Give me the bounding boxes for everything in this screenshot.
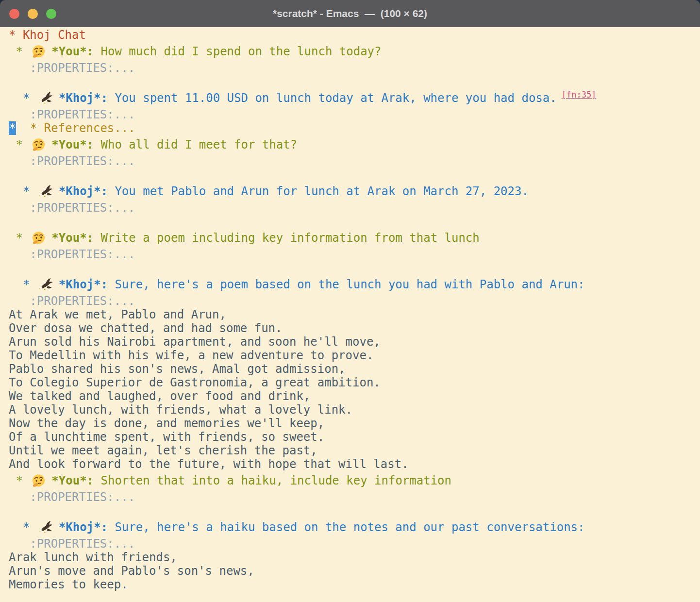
org-heading-you-message[interactable]: * *You*: How much did I spend on the lun… xyxy=(9,42,700,61)
message-body-line[interactable]: A lovely lunch, with friends, what a lov… xyxy=(9,403,700,417)
org-heading-khoj-message[interactable]: * *Khoj*: You spent 11.00 USD on lunch t… xyxy=(9,88,700,108)
org-properties-drawer[interactable]: :PROPERTIES:... xyxy=(9,108,700,121)
message-body-line[interactable]: Until we meet again, let's cherish the p… xyxy=(9,444,700,457)
blank-line[interactable] xyxy=(9,75,700,88)
org-properties-drawer[interactable]: :PROPERTIES:... xyxy=(9,490,700,504)
speaker-label: *You*: xyxy=(51,45,94,58)
message-body-line[interactable]: At Arak we met, Pablo and Arun, xyxy=(9,308,700,321)
org-heading-khoj-message[interactable]: * *Khoj*: You met Pablo and Arun for lun… xyxy=(9,182,700,201)
blank-line[interactable] xyxy=(9,261,700,275)
thinking-face-icon xyxy=(32,474,46,488)
org-properties-drawer[interactable]: :PROPERTIES:... xyxy=(9,201,700,215)
close-button[interactable] xyxy=(9,9,19,19)
message-body-line[interactable]: Arun's move and Pablo's son's news, xyxy=(9,564,700,578)
speaker-label: *Khoj*: xyxy=(59,278,108,291)
blank-line[interactable] xyxy=(9,168,700,182)
thinking-face-icon xyxy=(32,231,46,245)
thinking-face-icon xyxy=(32,45,46,59)
message-body-line[interactable]: We talked and laughed, over food and dri… xyxy=(9,389,700,403)
org-heading-chat-title[interactable]: * Khoj Chat xyxy=(9,28,700,42)
org-heading-khoj-message[interactable]: * *Khoj*: Sure, here's a haiku based on … xyxy=(9,518,700,537)
message-body-line[interactable]: Pablo shared his son's news, Amal got ad… xyxy=(9,362,700,376)
speaker-label: *Khoj*: xyxy=(59,520,108,534)
message-body-line[interactable]: Arak lunch with friends, xyxy=(9,551,700,564)
eagle-icon xyxy=(39,91,53,105)
thinking-face-icon xyxy=(32,138,46,152)
org-properties-drawer[interactable]: :PROPERTIES:... xyxy=(9,154,700,168)
zoom-button[interactable] xyxy=(46,9,56,19)
message-body-line[interactable]: Memories to keep. xyxy=(9,578,700,591)
org-properties-drawer[interactable]: :PROPERTIES:... xyxy=(9,537,700,551)
eagle-icon xyxy=(39,520,53,535)
org-heading-khoj-message[interactable]: * *Khoj*: Sure, here's a poem based on t… xyxy=(9,275,700,294)
message-body-line[interactable]: Of a lunchtime spent, with friends, so s… xyxy=(9,430,700,444)
org-properties-drawer[interactable]: :PROPERTIES:... xyxy=(9,61,700,75)
org-properties-drawer[interactable]: :PROPERTIES:... xyxy=(9,248,700,261)
message-body-line[interactable]: To Medellin with his wife, a new adventu… xyxy=(9,349,700,362)
text-cursor[interactable]: * xyxy=(9,121,16,135)
speaker-label: *You*: xyxy=(51,231,94,245)
message-body-line[interactable]: Now the day is done, and memories we'll … xyxy=(9,417,700,430)
speaker-label: *You*: xyxy=(51,474,94,487)
blank-line[interactable] xyxy=(9,504,700,518)
org-heading-you-message[interactable]: * *You*: Shorten that into a haiku, incl… xyxy=(9,471,700,490)
eagle-icon xyxy=(39,184,53,199)
titlebar[interactable]: *scratch* - Emacs — (100 × 62) xyxy=(0,0,700,27)
window-title: *scratch* - Emacs — (100 × 62) xyxy=(273,8,427,19)
footnote-link[interactable]: [fn:35] xyxy=(562,85,597,104)
message-body-line[interactable]: Over dosa we chatted, and had some fun. xyxy=(9,321,700,335)
message-body-line[interactable]: Arun sold his Nairobi apartment, and soo… xyxy=(9,335,700,349)
org-properties-drawer[interactable]: :PROPERTIES:... xyxy=(9,294,700,308)
blank-line[interactable] xyxy=(9,215,700,228)
message-body-line[interactable]: And look forward to the future, with hop… xyxy=(9,457,700,471)
minimize-button[interactable] xyxy=(28,9,38,19)
emacs-window: *scratch* - Emacs — (100 × 62) * Khoj Ch… xyxy=(0,0,700,602)
org-heading-you-message[interactable]: * *You*: Who all did I meet for that? xyxy=(9,135,700,154)
speaker-label: *Khoj*: xyxy=(59,91,108,105)
org-heading-you-message[interactable]: * *You*: Write a poem including key info… xyxy=(9,228,700,248)
speaker-label: *Khoj*: xyxy=(59,184,108,198)
buffer[interactable]: * Khoj Chat * *You*: How much did I spen… xyxy=(0,27,700,602)
eagle-icon xyxy=(39,278,53,292)
message-body-line[interactable]: To Colegio Superior de Gastronomia, a gr… xyxy=(9,376,700,389)
org-heading-references[interactable]: * * References... xyxy=(9,121,700,135)
traffic-lights xyxy=(9,0,56,27)
speaker-label: *You*: xyxy=(51,138,94,151)
